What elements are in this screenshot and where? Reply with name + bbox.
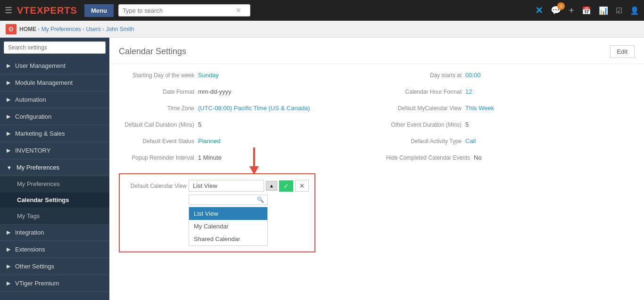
dropdown-search-input[interactable] xyxy=(189,195,255,204)
chart-icon[interactable]: 📊 xyxy=(599,6,608,15)
setting-default-cal-view: Default MyCalendar View This Week xyxy=(386,105,635,112)
sidebar-item-my-preferences[interactable]: ▼ My Preferences xyxy=(0,159,109,176)
breadcrumb-users[interactable]: Users xyxy=(86,26,100,32)
sidebar-sub-item-my-preferences[interactable]: My Preferences xyxy=(0,176,109,192)
checkmark-icon[interactable]: ☑ xyxy=(616,6,622,15)
dropdown-confirm-btn[interactable]: ✓ xyxy=(279,180,293,192)
sidebar-item-inventory[interactable]: ▶ INVENTORY xyxy=(0,142,109,159)
setting-value: 1 Minute xyxy=(198,154,222,161)
setting-value: Planned xyxy=(198,138,221,145)
setting-label: Calendar Hour Format xyxy=(386,88,462,95)
arrow-icon: ▶ xyxy=(7,130,10,137)
arrow-icon: ▶ xyxy=(7,80,10,86)
arrow-icon: ▶ xyxy=(7,263,10,269)
setting-value: This Week xyxy=(465,105,494,112)
sidebar-item-user-management[interactable]: ▶ User Management xyxy=(0,57,109,74)
logo-suffix: PERTS xyxy=(43,5,77,16)
sidebar-item-integration[interactable]: ▶ Integration xyxy=(0,224,109,241)
arrow-icon: ▶ xyxy=(7,229,10,235)
setting-value: Call xyxy=(465,138,476,145)
sidebar-item-configuration[interactable]: ▶ Configuration xyxy=(0,108,109,125)
breadcrumb: HOME › My Preferences › Users › John Smi… xyxy=(19,26,134,32)
setting-label: Default MyCalendar View xyxy=(386,105,462,112)
setting-label: Date Format xyxy=(119,88,194,95)
sidebar-item-label: Integration xyxy=(15,229,44,236)
setting-value: (UTC-08:00) Pacific Time (US & Canada) xyxy=(198,105,310,112)
sidebar-sub-item-my-tags[interactable]: My Tags xyxy=(0,208,109,224)
setting-label: Time Zone xyxy=(119,105,194,112)
setting-label: Default Activity Type xyxy=(386,138,462,145)
setting-label: Other Event Duration (Mins) xyxy=(386,121,462,128)
page-title: Calendar Settings xyxy=(119,47,186,57)
setting-event-status: Default Event Status Planned xyxy=(119,138,367,145)
setting-popup-reminder: Popup Reminder Interval 1 Minute xyxy=(119,154,367,161)
main-layout: ▶ User Management ▶ Module Management ▶ … xyxy=(0,38,644,300)
sidebar-item-vtiger-premium[interactable]: ▶ VTiger Premium xyxy=(0,275,109,292)
dropdown-search-icon[interactable]: 🔍 xyxy=(255,195,266,204)
sidebar-search-input[interactable] xyxy=(4,41,106,54)
setting-hide-completed: Hide Completed Calendar Events No xyxy=(386,154,635,161)
setting-value: 5 xyxy=(198,121,201,128)
vt-icon[interactable]: ✕ xyxy=(535,5,543,16)
hamburger-icon[interactable]: ☰ xyxy=(5,5,12,16)
setting-value: No xyxy=(474,154,482,161)
top-nav: ☰ VTEXPERTS Menu ✕ ✕ 💬 0 + 📅 📊 ☑ 👤 xyxy=(0,0,644,21)
sidebar-item-other-settings[interactable]: ▶ Other Settings xyxy=(0,258,109,275)
global-search-input[interactable] xyxy=(123,7,236,14)
sidebar-sub-item-calendar-settings[interactable]: Calendar Settings xyxy=(0,192,109,208)
edit-button[interactable]: Edit xyxy=(610,45,635,58)
dropdown-options-list: List View My Calendar Shared Calendar xyxy=(189,207,268,246)
setting-call-duration: Default Call Duration (Mins) 5 xyxy=(119,121,367,128)
nav-icons: ✕ 💬 0 + 📅 📊 ☑ 👤 xyxy=(535,5,639,16)
sidebar-item-label: Configuration xyxy=(15,113,51,120)
dropdown-option-my-calendar[interactable]: My Calendar xyxy=(189,220,267,233)
plus-icon[interactable]: + xyxy=(569,5,574,16)
setting-timezone: Time Zone (UTC-08:00) Pacific Time (US &… xyxy=(119,105,367,112)
notification-badge: 0 xyxy=(557,2,565,10)
sidebar-item-marketing-sales[interactable]: ▶ Marketing & Sales xyxy=(0,125,109,142)
chat-icon[interactable]: 💬 0 xyxy=(551,5,561,16)
setting-event-duration: Other Event Duration (Mins) 5 xyxy=(386,121,635,128)
sidebar-item-automation[interactable]: ▶ Automation xyxy=(0,91,109,108)
gear-icon: ⚙ xyxy=(6,24,17,34)
dropdown-up-btn[interactable]: ▲ xyxy=(266,181,277,191)
arrow-icon: ▼ xyxy=(7,165,12,170)
sidebar-item-label: User Management xyxy=(15,62,66,69)
user-icon[interactable]: 👤 xyxy=(630,6,639,15)
breadcrumb-john-smith[interactable]: John Smith xyxy=(106,26,134,32)
annotation-arrow xyxy=(247,147,261,177)
setting-value: 5 xyxy=(465,121,469,128)
menu-button[interactable]: Menu xyxy=(84,4,114,17)
dropdown-top-row: Default Calendar View List View ▲ ✓ ✕ xyxy=(125,180,309,192)
sidebar-item-label: Extensions xyxy=(15,246,45,253)
setting-label: Starting Day of the week xyxy=(119,72,194,79)
sidebar-item-extensions[interactable]: ▶ Extensions xyxy=(0,241,109,258)
dropdown-option-shared-calendar[interactable]: Shared Calendar xyxy=(189,233,267,245)
breadcrumb-home[interactable]: HOME xyxy=(19,26,36,32)
dropdown-cancel-btn[interactable]: ✕ xyxy=(295,180,309,192)
search-clear-icon[interactable]: ✕ xyxy=(236,7,241,14)
setting-date-format: Date Format mm-dd-yyyy xyxy=(119,88,367,95)
arrow-icon: ▶ xyxy=(7,63,10,69)
logo-x: X xyxy=(37,5,43,16)
sidebar-item-label: VTiger Premium xyxy=(15,280,59,287)
setting-day-starts: Day starts at 00:00 xyxy=(386,72,635,79)
global-search-bar: ✕ xyxy=(118,4,250,16)
arrow-icon: ▶ xyxy=(7,114,10,120)
settings-row-4: Default Call Duration (Mins) 5 Other Eve… xyxy=(119,121,635,128)
dropdown-widget-area: Default Calendar View List View ▲ ✓ ✕ 🔍 … xyxy=(109,173,644,252)
sidebar-item-module-management[interactable]: ▶ Module Management xyxy=(0,74,109,91)
sidebar-search-wrapper xyxy=(0,38,109,57)
breadcrumb-my-preferences[interactable]: My Preferences xyxy=(41,26,81,32)
setting-hour-format: Calendar Hour Format 12 xyxy=(386,88,635,95)
sidebar-item-label: My Preferences xyxy=(17,164,59,171)
sidebar-item-label: INVENTORY xyxy=(15,147,50,154)
svg-marker-1 xyxy=(249,166,259,175)
arrow-icon: ▶ xyxy=(7,280,10,286)
dropdown-field-label: Default Calendar View xyxy=(125,183,187,189)
dropdown-option-list-view[interactable]: List View xyxy=(189,207,267,220)
sidebar-item-label: Module Management xyxy=(15,79,73,86)
sidebar: ▶ User Management ▶ Module Management ▶ … xyxy=(0,38,109,300)
calendar-icon[interactable]: 📅 xyxy=(582,6,591,15)
setting-starting-day: Starting Day of the week Sunday xyxy=(119,72,367,79)
